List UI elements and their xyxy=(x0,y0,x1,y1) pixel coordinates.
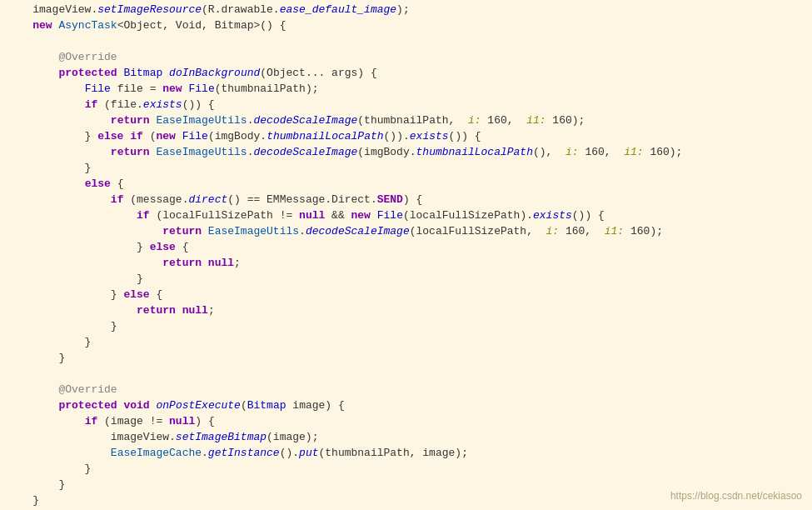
code-token: ( xyxy=(143,130,157,142)
code-token: ( xyxy=(241,399,247,412)
table-row: } xyxy=(0,352,812,368)
code-token: exists xyxy=(143,98,182,111)
code-token: i1: xyxy=(605,225,624,238)
table-row: return null; xyxy=(0,304,812,320)
code-token: i1: xyxy=(624,146,643,158)
code-token xyxy=(202,257,208,269)
code-token: File xyxy=(188,82,214,95)
table-row: } else { xyxy=(0,241,812,257)
table-row xyxy=(0,368,812,383)
code-token: . xyxy=(247,146,254,158)
code-token: null xyxy=(182,304,208,317)
code-token: && xyxy=(325,209,351,222)
code-token: else xyxy=(123,288,149,301)
code-token: } xyxy=(7,130,97,142)
code-token xyxy=(371,209,377,222)
code-token: onPostExecute xyxy=(156,399,240,412)
table-row: return null; xyxy=(0,257,812,272)
code-token: ) { xyxy=(403,193,422,206)
code-token xyxy=(117,399,124,412)
code-token: ()). xyxy=(384,130,410,142)
code-token: ()) { xyxy=(572,209,605,222)
code-token: file = xyxy=(111,82,162,95)
code-token xyxy=(7,67,58,79)
code-token: () == EMMessage.Direct. xyxy=(227,193,376,206)
code-token: Bitmap xyxy=(247,399,286,412)
code-token: EaseImageUtils xyxy=(208,225,299,238)
code-token xyxy=(150,399,157,412)
table-row: if (file.exists()) { xyxy=(0,98,812,114)
code-token: } xyxy=(7,462,91,475)
code-token: exists xyxy=(410,130,449,142)
code-token xyxy=(123,130,130,142)
code-token: if xyxy=(85,415,98,428)
code-token: . xyxy=(202,447,208,459)
code-token: imageView. xyxy=(7,431,176,443)
code-token: (file. xyxy=(97,98,143,111)
code-token xyxy=(7,146,111,158)
code-token: 160, xyxy=(559,225,605,238)
code-token xyxy=(7,383,58,396)
code-token: (imgBody. xyxy=(208,130,267,142)
code-token: thumbnailLocalPath xyxy=(416,146,533,158)
code-token: 160); xyxy=(644,146,683,158)
code-token: return xyxy=(111,114,150,127)
code-token: (localFullSizePath). xyxy=(403,209,533,222)
code-token: (thumbnailPath, image); xyxy=(319,447,468,459)
code-token: 160); xyxy=(624,225,663,238)
code-token: setImageResource xyxy=(97,3,202,16)
code-token: . xyxy=(299,225,306,238)
code-token: else xyxy=(150,241,176,253)
code-token: { xyxy=(176,241,189,253)
code-token: new xyxy=(32,19,52,32)
code-token xyxy=(7,178,85,190)
code-token: i: xyxy=(546,225,560,238)
code-token: (thumbnailPath, xyxy=(357,114,468,127)
code-container: imageView.setImageResource(R.drawable.ea… xyxy=(0,0,812,510)
code-token: (Object... args) { xyxy=(260,67,376,79)
code-token: ; xyxy=(208,304,215,317)
code-token: } xyxy=(7,241,150,253)
code-token: Bitmap xyxy=(123,67,162,79)
code-token: return xyxy=(137,304,176,317)
code-token: } xyxy=(7,494,39,507)
table-row: new AsyncTask<Object, Void, Bitmap>() { xyxy=(0,19,812,35)
code-token: SEND xyxy=(377,193,403,206)
table-row: } else { xyxy=(0,288,812,304)
code-token: (R.drawable. xyxy=(202,3,280,16)
table-row: return EaseImageUtils.decodeScaleImage(t… xyxy=(0,114,812,130)
code-token: File xyxy=(182,130,208,142)
code-token xyxy=(7,114,111,127)
table-row: } xyxy=(0,336,812,352)
code-token xyxy=(7,257,162,269)
code-token: ease_default_image xyxy=(280,3,396,16)
code-token: @Override xyxy=(58,383,117,396)
code-token: AsyncTask xyxy=(58,19,117,32)
code-token: File xyxy=(85,82,111,95)
table-row: protected Bitmap doInBackground(Object..… xyxy=(0,67,812,82)
code-token: null xyxy=(299,209,325,222)
code-token: if xyxy=(111,193,124,206)
code-token: (imgBody. xyxy=(357,146,416,158)
code-token: void xyxy=(123,399,149,412)
code-token: (image != xyxy=(97,415,169,428)
code-token: null xyxy=(208,257,234,269)
table-row: EaseImageCache.getInstance().put(thumbna… xyxy=(0,447,812,462)
code-token: direct xyxy=(188,193,227,206)
code-token xyxy=(52,19,59,32)
code-token: } xyxy=(7,336,91,348)
code-token: } xyxy=(7,288,123,301)
code-token xyxy=(182,82,189,95)
code-token: } xyxy=(7,352,65,364)
code-token: . xyxy=(247,114,254,127)
code-token: image) { xyxy=(286,399,345,412)
code-token: return xyxy=(162,257,202,269)
code-token xyxy=(7,209,137,222)
code-token: 160); xyxy=(546,114,585,127)
code-token: imageView. xyxy=(7,3,97,16)
code-token: if xyxy=(137,209,150,222)
code-token: return xyxy=(111,146,150,158)
table-row: @Override xyxy=(0,51,812,67)
code-token xyxy=(117,67,124,79)
table-row xyxy=(0,35,812,51)
